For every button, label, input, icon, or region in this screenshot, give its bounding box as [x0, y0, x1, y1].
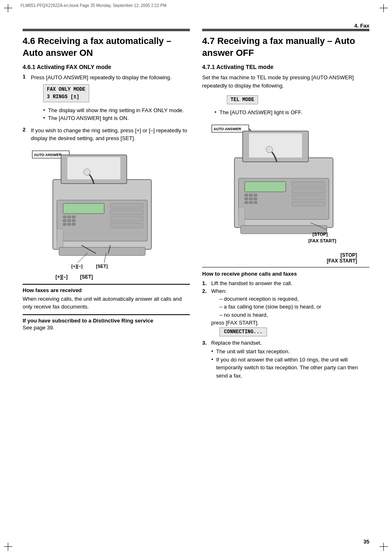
svg-rect-12 [68, 219, 71, 222]
svg-text:[SET]: [SET] [96, 264, 108, 269]
file-info: FLM651-PFQX2292ZA-en.book Page 35 Monday… [21, 3, 166, 8]
svg-rect-46 [254, 201, 257, 204]
right-step-3-text: Replace the handset. [211, 340, 262, 346]
right-bullet-list: The [AUTO ANSWER] light is OFF. [214, 108, 369, 117]
svg-rect-44 [245, 201, 248, 204]
left-step-2: 2 If you wish to change the ring setting… [23, 127, 190, 143]
how-faxes-section: How faxes are received When receiving ca… [23, 284, 190, 311]
right-fax-svg: AUTO ANSWER [202, 121, 369, 260]
svg-rect-35 [249, 133, 302, 158]
right-step-2-num: 2. [202, 288, 209, 339]
bullet-2: The [AUTO ANSWER] light is ON. [43, 114, 190, 122]
left-step-2-num: 2 [23, 127, 28, 143]
right-step-3-bullets: The unit will start fax reception. If yo… [211, 348, 369, 380]
right-subsection-title: 4.7.1 Activating TEL mode [202, 64, 369, 70]
distinctive-text: See page 39. [23, 325, 190, 331]
svg-rect-45 [249, 201, 253, 204]
left-subsection-title: 4.6.1 Activating FAX ONLY mode [23, 64, 190, 70]
svg-rect-47 [292, 182, 325, 187]
svg-text:AUTO ANSWER: AUTO ANSWER [214, 127, 242, 131]
two-column-layout: 4.6 Receiving a fax automatically – Auto… [23, 29, 369, 381]
right-column: 4.7 Receiving a fax manually – Auto answ… [202, 29, 369, 381]
right-fax-image: AUTO ANSWER [202, 121, 369, 260]
bullet3-1: The unit will start fax reception. [211, 348, 369, 356]
left-step-1: 1 Press [AUTO ANSWER] repeatedly to disp… [23, 74, 190, 124]
svg-text:[STOP]: [STOP] [313, 232, 328, 237]
right-section-header-bar [202, 29, 369, 31]
left-column: 4.6 Receiving a fax automatically – Auto… [23, 29, 190, 381]
svg-rect-13 [72, 219, 76, 222]
svg-rect-19 [111, 216, 143, 221]
svg-rect-22 [59, 247, 145, 256]
svg-rect-49 [292, 195, 325, 200]
left-section-header-bar [23, 29, 190, 31]
reg-mark-bl [4, 543, 12, 551]
sub-3: no sound is heard, [219, 311, 321, 319]
svg-rect-18 [111, 210, 143, 215]
svg-text:[FAX START]: [FAX START] [309, 238, 337, 243]
left-section-title: 4.6 Receiving a fax automatically – Auto… [23, 35, 190, 59]
left-step-2-text: If you wish to change the ring setting, … [31, 127, 187, 142]
right-step-1-num: 1. [202, 280, 209, 286]
svg-rect-51 [239, 207, 245, 228]
svg-rect-11 [63, 219, 67, 222]
svg-text:[+][−]: [+][−] [71, 264, 83, 269]
right-step-1-text: Lift the handset to answer the call. [211, 280, 292, 286]
svg-rect-39 [249, 194, 253, 196]
svg-rect-7 [63, 203, 104, 214]
right-step-2-content: When: document reception is required, a … [211, 288, 321, 339]
svg-rect-42 [249, 198, 253, 200]
svg-point-23 [84, 169, 90, 175]
right-step-2-sub: document reception is required, a fax ca… [219, 295, 321, 319]
right-step-3: 3. Replace the handset. The unit will st… [202, 340, 369, 381]
display-line1: FAX ONLY MODE [47, 87, 85, 92]
fax-only-display: FAX ONLY MODE 3 RINGS [±] [43, 84, 89, 102]
svg-rect-40 [254, 194, 257, 196]
left-step-1-content: Press [AUTO ANSWER] repeatedly to displa… [31, 74, 190, 124]
page-header: 4. Fax [354, 23, 369, 29]
svg-rect-50 [292, 201, 325, 206]
page-number: 35 [364, 539, 369, 545]
left-step-1-text: Press [AUTO ANSWER] repeatedly to displa… [31, 74, 171, 81]
right-section-title: 4.7 Receiving a fax manually – Auto answ… [202, 35, 369, 59]
reg-mark-tr [380, 4, 388, 12]
svg-rect-48 [292, 188, 325, 193]
svg-text:AUTO ANSWER: AUTO ANSWER [34, 153, 62, 157]
svg-rect-8 [63, 216, 67, 218]
bullet-1: The display will show the ring setting i… [43, 106, 190, 115]
left-fax-image: AUTO ANSWER [23, 147, 190, 278]
distinctive-section: If you have subscribed to a Distinctive … [23, 314, 190, 331]
svg-rect-15 [68, 223, 71, 226]
svg-rect-38 [245, 194, 248, 196]
right-step-3-content: Replace the handset. The unit will start… [211, 340, 369, 381]
how-to-title: How to receive phone calls and faxes [202, 271, 369, 277]
svg-rect-20 [111, 223, 143, 228]
divider-line [202, 267, 369, 267]
right-step-2: 2. When: document reception is required,… [202, 288, 369, 339]
svg-rect-21 [57, 229, 63, 249]
how-faxes-text: When receiving calls, the unit will auto… [23, 295, 190, 311]
bullet3-2: If you do not answer the call within 10 … [211, 356, 369, 380]
svg-rect-9 [68, 216, 71, 218]
reg-mark-tl [4, 4, 12, 12]
left-step-2-content: If you wish to change the ring setting, … [31, 127, 190, 143]
bullet-tel: The [AUTO ANSWER] light is OFF. [214, 108, 369, 117]
right-intro-text: Set the fax machine to TEL mode by press… [202, 74, 369, 90]
connecting-display: CONNECTING... [219, 327, 267, 336]
left-step-1-num: 1 [23, 74, 28, 124]
svg-rect-14 [63, 223, 67, 226]
left-fax-svg: AUTO ANSWER [23, 147, 190, 278]
svg-rect-10 [72, 216, 76, 218]
step2-press: press [FAX START]. [211, 320, 321, 326]
right-step-3-num: 3. [202, 340, 209, 381]
svg-rect-5 [67, 157, 121, 180]
svg-rect-41 [245, 198, 248, 200]
svg-rect-37 [245, 182, 286, 192]
svg-rect-16 [72, 223, 76, 226]
distinctive-title: If you have subscribed to a Distinctive … [23, 314, 190, 324]
right-step-1: 1. Lift the handset to answer the call. [202, 280, 369, 286]
sub-2: a fax calling tone (slow beep) is heard,… [219, 303, 321, 311]
reg-mark-br [380, 543, 388, 551]
step1-bullets: The display will show the ring setting i… [43, 106, 190, 122]
sub-1: document reception is required, [219, 295, 321, 303]
